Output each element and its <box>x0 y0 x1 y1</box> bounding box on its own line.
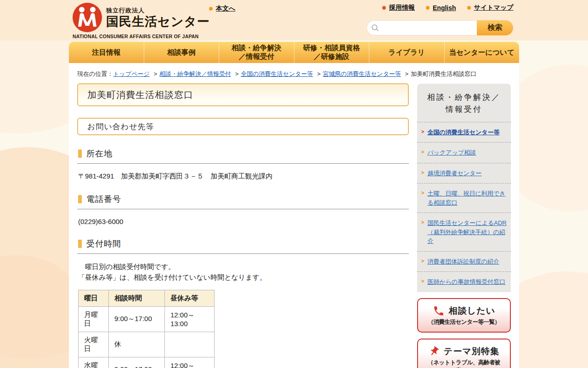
utility-item-english: English <box>426 4 456 12</box>
table-row: 水曜日 9:00～17:00 12:00～13:00 <box>79 357 215 368</box>
sidebar-item-crossborder[interactable]: 越境消費者センター <box>417 163 511 184</box>
sidebar-item-adr[interactable]: 国民生活センターによるADR（裁判外紛争解決手続）の紹介 <box>417 213 511 251</box>
breadcrumb-current: 加美町消費生活相談窓口 <box>411 70 476 77</box>
cell-hours: 休 <box>109 332 165 357</box>
utility-item-recruit: 採用情報 <box>382 4 415 12</box>
chevron-right-icon <box>421 148 424 156</box>
consult-cta-button[interactable]: 相談したい （消費生活センター等一覧） <box>417 298 511 333</box>
cell-break: 12:00～13:00 <box>165 306 215 332</box>
breadcrumb-link-miyagi[interactable]: 宮城県の消費生活センター等 <box>323 70 401 77</box>
sidebar-link[interactable]: 医師からの事故情報受付窓口 <box>427 277 505 287</box>
global-nav: 注目情報 相談事例 相談・紛争解決 ／情報受付 研修・相談員資格 ／研修施設 ラ… <box>69 42 519 63</box>
search-icon <box>371 24 379 32</box>
sidebar-link[interactable]: バックアップ相談 <box>427 148 476 157</box>
page-title: 加美町消費生活相談窓口 <box>77 83 409 106</box>
nav-tab-label: 注目情報 <box>92 48 120 57</box>
address-value: 〒981-4291 加美郡加美町字西田３－５ 加美町商工観光課内 <box>78 172 409 181</box>
utility-nav: 採用情報 English サイトマップ <box>382 4 514 12</box>
col-break: 昼休み等 <box>165 290 215 306</box>
sidebar: 相談・紛争解決／ 情報受付 全国の消費生活センター等 バックアップ相談 越境消費… <box>417 84 511 368</box>
org-type-label: 独立行政法人 <box>106 6 210 15</box>
ncac-logo-icon <box>73 3 102 32</box>
search-button[interactable]: 検索 <box>477 20 513 35</box>
skip-to-content-link[interactable]: 本文へ <box>216 5 235 13</box>
cell-day: 火曜日 <box>79 332 109 357</box>
cell-day: 月曜日 <box>79 306 109 332</box>
nav-tab-label: 相談・紛争解決 ／情報受付 <box>232 44 282 61</box>
breadcrumb-link-consultation[interactable]: 相談・紛争解決／情報受付 <box>159 70 231 77</box>
chevron-right-icon <box>421 257 424 265</box>
sidebar-item-backup[interactable]: バックアップ相談 <box>417 142 511 163</box>
bullet-icon <box>467 6 471 10</box>
breadcrumb-prefix: 現在の位置： <box>77 70 113 77</box>
site-search: 検索 <box>367 20 513 35</box>
nav-tab-library[interactable]: ライブラリ <box>369 42 445 63</box>
table-row: 月曜日 9:00～17:00 12:00～13:00 <box>79 306 215 332</box>
chevron-right-icon <box>421 218 424 226</box>
sidebar-item-national-centers[interactable]: 全国の消費生活センター等 <box>417 122 511 143</box>
contact-section-title: お問い合わせ先等 <box>77 118 409 135</box>
search-input[interactable] <box>379 22 477 34</box>
table-header-row: 曜日 相談時間 昼休み等 <box>79 290 215 306</box>
col-hours: 相談時間 <box>109 290 165 306</box>
nav-tab-cases[interactable]: 相談事例 <box>144 42 220 63</box>
sidebar-link[interactable]: 消費者団体訴訟制度の紹介 <box>427 257 499 266</box>
sidebar-link[interactable]: 全国の消費生活センター等 <box>427 128 499 137</box>
theme-cta-button[interactable]: テーマ別特集 （ネットトラブル、高齢者被害…） <box>417 339 511 368</box>
breadcrumb-separator: > <box>317 70 321 77</box>
hours-intro: 曜日別の相談受付時間です。 「昼休み等」は、相談を受け付けていない時間となります… <box>78 261 409 283</box>
nav-tab-label: 相談事例 <box>167 48 196 57</box>
cell-break: 12:00～13:00 <box>165 357 215 368</box>
breadcrumb-link-centers[interactable]: 全国の消費生活センター等 <box>241 70 313 77</box>
theme-cta-title: テーマ別特集 <box>444 345 499 357</box>
sidebar-item-lawsuit[interactable]: 消費者団体訴訟制度の紹介 <box>417 251 511 272</box>
phone-heading-label: 電話番号 <box>86 194 121 205</box>
nav-tab-label: 研修・相談員資格 ／研修施設 <box>303 44 360 61</box>
sidebar-item-weekend[interactable]: 土曜、日曜、祝日に利用できる相談窓口 <box>417 183 511 213</box>
hours-heading-label: 受付時間 <box>86 238 121 249</box>
cell-break <box>165 332 215 357</box>
bullet-icon <box>426 6 430 10</box>
nav-tab-label: 当センターについて <box>449 48 514 57</box>
nav-tab-label: ライブラリ <box>389 48 425 57</box>
cell-day: 水曜日 <box>79 357 109 368</box>
theme-cta-subtitle: （ネットトラブル、高齢者被害…） <box>420 359 508 368</box>
skip-to-content: 本文へ <box>209 5 235 13</box>
breadcrumb-link-home[interactable]: トップページ <box>113 70 150 77</box>
nav-tab-training[interactable]: 研修・相談員資格 ／研修施設 <box>294 42 370 63</box>
cell-hours: 9:00～17:00 <box>109 357 165 368</box>
nav-tab-featured[interactable]: 注目情報 <box>69 42 144 63</box>
hours-heading: 受付時間 <box>77 238 409 254</box>
main-column: 加美町消費生活相談窓口 お問い合わせ先等 所在地 〒981-4291 加美郡加美… <box>77 83 409 368</box>
sidebar-item-doctor-report[interactable]: 医師からの事故情報受付窓口 <box>417 271 511 292</box>
sidebar-title: 相談・紛争解決／ 情報受付 <box>417 84 511 122</box>
site-logo[interactable]: 独立行政法人 国民生活センター NATIONAL CONSUMER AFFAIR… <box>73 3 210 39</box>
consult-cta-subtitle: （消費生活センター等一覧） <box>420 318 508 326</box>
heading-bar-icon <box>78 195 82 203</box>
heading-bar-icon <box>78 150 82 158</box>
org-name-english: NATIONAL CONSUMER AFFAIRS CENTER OF JAPA… <box>73 34 210 39</box>
english-link[interactable]: English <box>433 4 456 12</box>
breadcrumb-separator: > <box>235 70 239 77</box>
sidebar-link[interactable]: 土曜、日曜、祝日に利用できる相談窓口 <box>427 189 507 207</box>
nav-tab-about[interactable]: 当センターについて <box>445 42 520 63</box>
pushpin-icon <box>426 344 441 359</box>
content-area: 現在の位置：トップページ >相談・紛争解決／情報受付 >全国の消費生活センター等… <box>69 63 519 368</box>
bullet-icon <box>209 7 213 11</box>
sitemap-link[interactable]: サイトマップ <box>474 4 514 12</box>
breadcrumb-separator: > <box>153 70 157 77</box>
recruit-link[interactable]: 採用情報 <box>389 4 415 12</box>
bullet-icon <box>382 6 386 10</box>
consult-cta-title: 相談したい <box>449 305 495 317</box>
org-name: 国民生活センター <box>106 15 210 29</box>
phone-icon <box>433 305 445 317</box>
col-day: 曜日 <box>79 290 109 306</box>
chevron-right-icon <box>421 128 424 136</box>
sidebar-link[interactable]: 国民生活センターによるADR（裁判外紛争解決手続）の紹介 <box>427 218 507 246</box>
nav-tab-consultation[interactable]: 相談・紛争解決 ／情報受付 <box>219 42 294 63</box>
sidebar-link[interactable]: 越境消費者センター <box>427 169 481 178</box>
chevron-right-icon <box>421 189 424 197</box>
breadcrumb-separator: > <box>405 70 409 77</box>
phone-value: (0229)63-6000 <box>78 218 409 225</box>
chevron-right-icon <box>421 169 424 177</box>
